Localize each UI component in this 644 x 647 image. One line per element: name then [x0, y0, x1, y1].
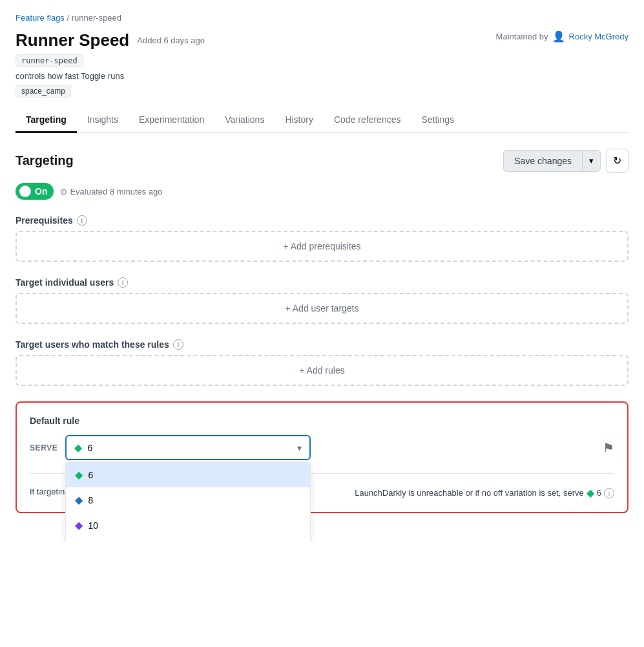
content-header: Targeting Save changes ▾ ↻ — [16, 149, 628, 173]
fallback-info-icon[interactable]: i — [604, 488, 614, 498]
rules-info-icon[interactable]: i — [173, 339, 183, 350]
dropdown-item-6-icon: ◆ — [75, 469, 83, 481]
serve-row: SERVE ◆ 6 ▾ ◆ 6 ◆ — [30, 435, 614, 460]
dropdown-item-8[interactable]: ◆ 8 — [66, 487, 310, 513]
dropdown-item-8-label: 8 — [88, 495, 93, 505]
prerequisites-label: Prerequisites i — [16, 215, 628, 226]
dropdown-item-10[interactable]: ◆ 10 — [66, 513, 310, 538]
default-rule-title: Default rule — [30, 416, 614, 426]
serve-label: SERVE — [30, 443, 57, 452]
breadcrumb: Feature flags / runner-speed — [16, 13, 628, 23]
content-title: Targeting — [16, 153, 74, 168]
serve-row-right: ⚑ — [603, 440, 614, 456]
evaluated-text: ⊙ Evaluated 8 minutes ago — [60, 187, 162, 196]
fallback-right-text: LaunchDarkly is unreachable or if no off… — [355, 487, 614, 499]
dropdown-item-10-label: 10 — [88, 520, 98, 531]
page-title: Runner Speed — [16, 30, 129, 50]
added-date: Added 6 days ago — [137, 36, 205, 45]
breadcrumb-parent-link[interactable]: Feature flags — [16, 13, 65, 23]
dropdown-item-6[interactable]: ◆ 6 — [66, 462, 310, 487]
tab-variations[interactable]: Variations — [214, 108, 275, 133]
tab-targeting[interactable]: Targeting — [16, 108, 77, 133]
flag-icon: ⚑ — [603, 441, 614, 455]
flag-key-badge: runner-speed — [16, 54, 83, 67]
serve-chevron-icon: ▾ — [297, 443, 302, 453]
individual-users-label: Target individual users i — [16, 277, 628, 288]
add-rules-button[interactable]: + Add rules — [16, 355, 628, 386]
add-prerequisites-button[interactable]: + Add prerequisites — [16, 231, 628, 262]
title-row: Runner Speed Added 6 days ago — [16, 30, 205, 50]
fallback-right-prefix: LaunchDarkly is unreachable or if no off… — [355, 488, 584, 498]
save-changes-group: Save changes ▾ — [503, 150, 601, 172]
tab-code-references[interactable]: Code references — [324, 108, 411, 133]
fallback-serve-icon: ◆ — [587, 487, 594, 499]
serve-select-wrapper: ◆ 6 ▾ ◆ 6 ◆ 8 ◆ — [65, 435, 311, 460]
dropdown-item-percentage[interactable]: a percentage rollout — [66, 538, 310, 542]
serve-dropdown-menu: ◆ 6 ◆ 8 ◆ 10 a percentage rollout — [65, 461, 311, 542]
breadcrumb-separator: / — [67, 13, 72, 23]
maintainer-link[interactable]: Rocky McGredy — [569, 32, 628, 41]
toggle-label: On — [35, 186, 47, 196]
serve-value-diamond-icon: ◆ — [74, 441, 82, 454]
save-changes-dropdown-button[interactable]: ▾ — [582, 150, 601, 172]
toggle-circle — [19, 186, 31, 197]
individual-users-info-icon[interactable]: i — [118, 277, 128, 288]
signal-icon: ⊙ — [60, 187, 67, 196]
page-header: Runner Speed Added 6 days ago runner-spe… — [16, 30, 628, 98]
maintained-by-label: Maintained by — [496, 32, 548, 41]
user-icon: 👤 — [552, 30, 565, 43]
rules-label: Target users who match these rules i — [16, 339, 628, 350]
tab-experimentation[interactable]: Experimentation — [129, 108, 214, 133]
dropdown-item-10-icon: ◆ — [75, 519, 83, 531]
refresh-button[interactable]: ↻ — [606, 149, 628, 173]
serve-selected-label: 6 — [87, 443, 92, 453]
evaluated-label: Evaluated 8 minutes ago — [70, 187, 162, 196]
save-changes-button[interactable]: Save changes — [503, 150, 582, 172]
default-rule-section: Default rule SERVE ◆ 6 ▾ ◆ 6 — [16, 401, 628, 513]
tabs-nav: Targeting Insights Experimentation Varia… — [16, 108, 628, 133]
chevron-down-icon: ▾ — [589, 156, 594, 165]
targeting-toggle[interactable]: On — [16, 183, 54, 200]
flag-description: controls how fast Toggle runs — [16, 71, 205, 81]
tab-settings[interactable]: Settings — [411, 108, 464, 133]
maintained-by: Maintained by 👤 Rocky McGredy — [496, 30, 628, 43]
env-badge: space_camp — [16, 85, 71, 98]
fallback-serve-value: 6 — [597, 488, 601, 498]
tab-insights[interactable]: Insights — [77, 108, 129, 133]
serve-select-value: ◆ 6 — [74, 441, 92, 454]
refresh-icon: ↻ — [613, 155, 621, 166]
add-user-targets-button[interactable]: + Add user targets — [16, 293, 628, 324]
header-left: Runner Speed Added 6 days ago runner-spe… — [16, 30, 205, 98]
prerequisites-section: Prerequisites i + Add prerequisites — [16, 215, 628, 262]
tab-history[interactable]: History — [275, 108, 324, 133]
serve-select-display[interactable]: ◆ 6 ▾ — [65, 435, 311, 460]
header-actions: Save changes ▾ ↻ — [503, 149, 628, 173]
dropdown-item-6-label: 6 — [88, 470, 93, 480]
toggle-row: On ⊙ Evaluated 8 minutes ago — [16, 183, 628, 200]
breadcrumb-current: runner-speed — [72, 13, 121, 23]
prerequisites-info-icon[interactable]: i — [77, 215, 87, 226]
dropdown-item-8-icon: ◆ — [75, 494, 83, 506]
rules-section: Target users who match these rules i + A… — [16, 339, 628, 386]
individual-users-section: Target individual users i + Add user tar… — [16, 277, 628, 324]
